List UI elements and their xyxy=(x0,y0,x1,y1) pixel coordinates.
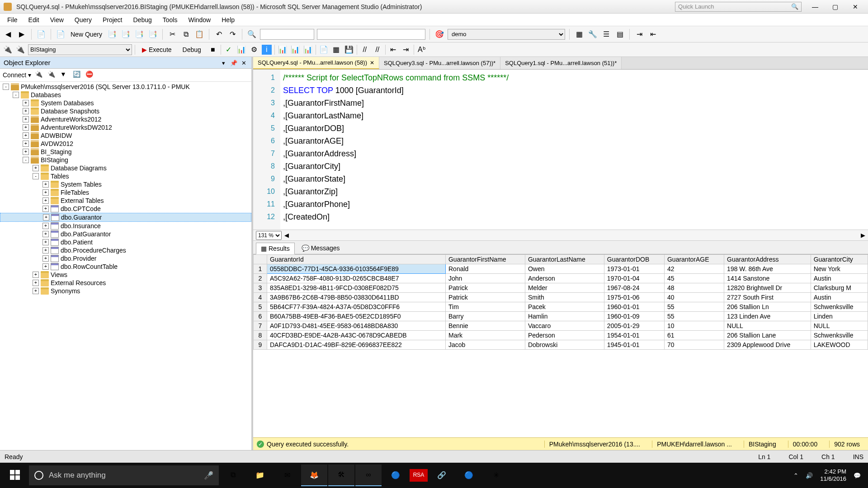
stop-icon[interactable]: 🔌 xyxy=(47,70,57,80)
maximize-button[interactable]: ▢ xyxy=(826,3,844,10)
new-project-button[interactable]: 📄 xyxy=(36,29,47,40)
specify-values-button[interactable]: Aᵇ xyxy=(417,45,427,55)
hscroll-left-icon[interactable]: ◀ xyxy=(284,232,289,239)
redo-button[interactable]: ↷ xyxy=(227,29,238,40)
tree-node[interactable]: -BIStaging xyxy=(0,156,251,164)
refresh-icon[interactable]: 🔄 xyxy=(73,70,82,80)
tree-node[interactable]: +Synonyms xyxy=(0,287,251,295)
tree-node[interactable]: +dbo.ProcedureCharges xyxy=(0,246,251,254)
notifications-icon[interactable]: 💬 xyxy=(854,472,861,479)
nav-fwd-button[interactable]: ▶ xyxy=(16,29,27,40)
panel-close-icon[interactable]: ✕ xyxy=(240,60,248,66)
document-tab[interactable]: SQLQuery1.sql - PMu...arrell.lawson (51)… xyxy=(500,57,622,69)
quick-launch-input[interactable]: Quick Launch 🔍 xyxy=(675,2,802,12)
mail-taskbar[interactable]: ✉ xyxy=(274,465,300,486)
tree-node[interactable]: +dbo.Provider xyxy=(0,254,251,263)
vpn-taskbar[interactable]: 🔗 xyxy=(429,465,455,486)
zoom-select[interactable]: 131 % xyxy=(256,231,282,240)
menu-edit[interactable]: Edit xyxy=(24,15,44,25)
close-button[interactable]: ✕ xyxy=(846,3,864,10)
uncomment-button[interactable]: // xyxy=(373,45,382,55)
execute-button[interactable]: ▶Execute xyxy=(138,45,176,55)
estimated-plan-button[interactable]: 📊 xyxy=(236,45,246,55)
stop-refresh-icon[interactable]: ⛔ xyxy=(85,70,94,80)
new-query-icon[interactable]: 📄 xyxy=(55,29,66,40)
tree-node[interactable]: +AdventureWorks2012 xyxy=(0,115,251,123)
cut-button[interactable]: ✂ xyxy=(167,29,178,40)
database-select[interactable]: BIStaging xyxy=(28,44,132,55)
skype-business-taskbar[interactable]: 🔵 xyxy=(456,465,482,486)
ssms-taskbar[interactable]: 🛠 xyxy=(328,465,354,486)
menu-help[interactable]: Help xyxy=(217,15,239,25)
query-options-button[interactable]: ⚙ xyxy=(249,45,259,55)
increase-indent-button[interactable]: ⇥ xyxy=(401,45,411,55)
tree-node[interactable]: +BI_Staging xyxy=(0,148,251,156)
live-stats-button[interactable]: 📊 xyxy=(290,45,300,55)
menu-view[interactable]: View xyxy=(46,15,68,25)
menu-file[interactable]: File xyxy=(3,15,22,25)
cortana-search[interactable]: Ask me anything 🎤 xyxy=(29,465,219,485)
solution-input[interactable] xyxy=(317,29,425,40)
paste-button[interactable]: 📋 xyxy=(194,29,205,40)
tree-node[interactable]: +dbo.PatGuarantor xyxy=(0,230,251,238)
filter-icon[interactable]: ▼ xyxy=(60,70,69,80)
results-grid[interactable]: GuarantorIdGuarantorFirstNameGuarantorLa… xyxy=(253,254,868,437)
messages-tab[interactable]: 💬 Messages xyxy=(297,242,345,254)
rsa-taskbar[interactable]: RSA xyxy=(410,469,428,482)
menu-window[interactable]: Window xyxy=(184,15,215,25)
stop-button[interactable]: ■ xyxy=(208,45,218,55)
start-button[interactable] xyxy=(2,465,28,486)
find-input[interactable] xyxy=(260,29,314,40)
tray-up-icon[interactable]: ⌃ xyxy=(793,472,798,479)
tree-node[interactable]: +dbo.RowCountTable xyxy=(0,263,251,271)
disconnect-icon[interactable]: 🔌 xyxy=(35,70,44,80)
template-browser-button[interactable]: ▤ xyxy=(614,29,625,40)
mic-icon[interactable]: 🎤 xyxy=(204,471,213,480)
change-connection-button[interactable]: 🔌 xyxy=(3,45,13,55)
tree-node[interactable]: +Database Diagrams xyxy=(0,164,251,172)
decrease-indent-button[interactable]: ⇤ xyxy=(388,45,398,55)
find-button[interactable]: 🔍 xyxy=(246,29,257,40)
tree-node[interactable]: +External Resources xyxy=(0,279,251,287)
tree-node[interactable]: +ADWBIDW xyxy=(0,131,251,140)
tree-node[interactable]: +External Tables xyxy=(0,197,251,205)
volume-icon[interactable]: 🔊 xyxy=(806,472,813,479)
mdx-query-button[interactable]: 📑 xyxy=(107,29,118,40)
visual-studio-taskbar[interactable]: ∞ xyxy=(355,465,382,486)
results-file-button[interactable]: 💾 xyxy=(344,45,354,55)
solution-config-select[interactable]: demo xyxy=(448,29,565,40)
undo-button[interactable]: ↶ xyxy=(213,29,224,40)
menu-query[interactable]: Query xyxy=(70,15,96,25)
panel-dropdown-icon[interactable]: ▾ xyxy=(220,60,228,66)
reg-servers-button[interactable]: ▦ xyxy=(574,29,585,40)
menu-tools[interactable]: Tools xyxy=(158,15,182,25)
panel-pin-icon[interactable]: 📌 xyxy=(230,60,238,66)
actual-plan-button[interactable]: 📊 xyxy=(278,45,288,55)
tree-node[interactable]: +FileTables xyxy=(0,188,251,197)
object-explorer-button[interactable]: ☰ xyxy=(601,29,612,40)
tree-node[interactable]: +Views xyxy=(0,271,251,279)
tree-node[interactable]: +AdventureWorksDW2012 xyxy=(0,123,251,131)
code-editor[interactable]: 123456789101112 /****** Script for Selec… xyxy=(253,70,868,230)
task-view-button[interactable]: ⧉ xyxy=(220,465,246,486)
properties-button[interactable]: 🔧 xyxy=(587,29,598,40)
results-grid-button[interactable]: ▦ xyxy=(331,45,341,55)
nav-back-button[interactable]: ◀ xyxy=(3,29,14,40)
misc-taskbar[interactable]: ✳ xyxy=(483,465,509,486)
tree-node[interactable]: +dbo.Guarantor xyxy=(0,213,251,222)
file-explorer-taskbar[interactable]: 📁 xyxy=(247,465,273,486)
object-explorer-tree[interactable]: -PMukeh\mssqlserver2016 (SQL Server 13.0… xyxy=(0,82,251,450)
document-tab[interactable]: SQLQuery4.sql - PMu...arrell.lawson (58)… xyxy=(253,57,379,69)
tree-node[interactable]: +dbo.CPTCode xyxy=(0,205,251,213)
connect-button[interactable]: Connect ▾ xyxy=(3,71,31,79)
results-tab[interactable]: ▦ Results xyxy=(256,243,295,254)
system-clock[interactable]: 2:42 PM 11/6/2016 xyxy=(820,468,846,483)
client-stats-button[interactable]: 📊 xyxy=(303,45,313,55)
firefox-taskbar[interactable]: 🦊 xyxy=(301,465,327,486)
xmla-query-button[interactable]: 📑 xyxy=(134,29,145,40)
skype-taskbar[interactable]: 🔵 xyxy=(382,465,409,486)
debug-button[interactable]: Debug xyxy=(179,45,205,55)
dmx-query-button[interactable]: 📑 xyxy=(120,29,131,40)
disconnect-button[interactable]: 🔌 xyxy=(15,45,25,55)
tree-node[interactable]: +AVDW2012 xyxy=(0,140,251,148)
